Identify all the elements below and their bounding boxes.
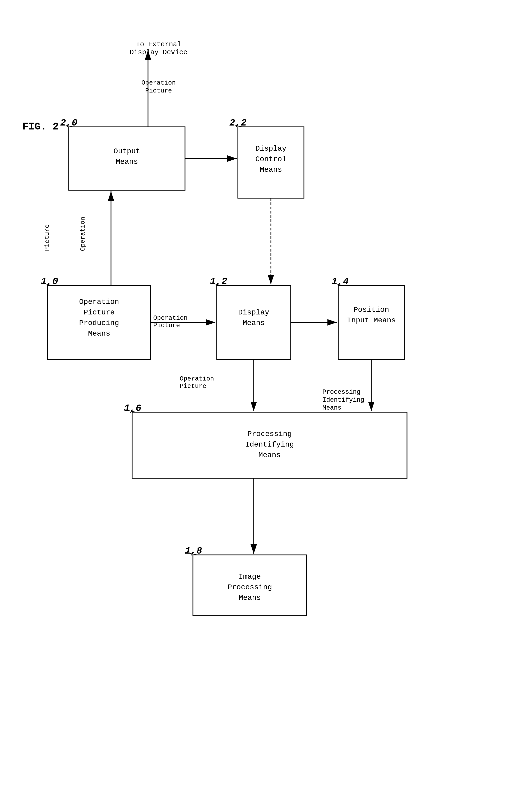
svg-text:Image: Image xyxy=(239,573,261,581)
svg-text:Identifying: Identifying xyxy=(323,396,364,403)
svg-text:Processing: Processing xyxy=(228,583,272,591)
svg-text:1,0: 1,0 xyxy=(41,276,58,287)
svg-text:Display Device: Display Device xyxy=(130,48,188,56)
svg-text:1,2: 1,2 xyxy=(210,276,227,287)
svg-text:Means: Means xyxy=(116,158,138,166)
svg-text:Picture: Picture xyxy=(180,383,206,390)
svg-text:FIG. 2: FIG. 2 xyxy=(23,121,59,132)
svg-text:Means: Means xyxy=(239,594,261,602)
svg-text:To External: To External xyxy=(136,40,181,48)
svg-text:Identifying: Identifying xyxy=(245,440,294,449)
svg-text:Means: Means xyxy=(259,451,281,459)
svg-text:Picture: Picture xyxy=(153,322,180,329)
svg-text:Operation: Operation xyxy=(79,217,87,251)
svg-text:Display: Display xyxy=(238,308,269,317)
svg-text:Producing: Producing xyxy=(79,319,119,327)
svg-text:1,8: 1,8 xyxy=(185,545,202,557)
svg-text:Processing: Processing xyxy=(323,388,361,395)
svg-text:2,0: 2,0 xyxy=(60,117,77,129)
svg-text:Operation: Operation xyxy=(180,375,214,382)
svg-text:Position: Position xyxy=(353,306,389,314)
main-diagram-svg: FIG. 2 Operation Picture Producing Means… xyxy=(0,0,509,812)
svg-text:Operation: Operation xyxy=(153,314,188,322)
svg-text:Operation: Operation xyxy=(141,79,176,86)
svg-text:2,2: 2,2 xyxy=(229,117,246,129)
svg-text:Control: Control xyxy=(255,155,286,163)
diagram: FIG. 2 Operation Picture Producing Means… xyxy=(0,0,509,812)
svg-text:Picture: Picture xyxy=(44,224,51,251)
svg-text:1,6: 1,6 xyxy=(124,403,141,414)
svg-text:Means: Means xyxy=(88,329,110,338)
svg-text:1,4: 1,4 xyxy=(332,276,349,287)
svg-text:Means: Means xyxy=(243,319,265,327)
svg-text:Output: Output xyxy=(114,147,140,155)
svg-text:Display: Display xyxy=(255,145,286,153)
svg-text:Means: Means xyxy=(323,404,341,412)
svg-text:Operation: Operation xyxy=(79,298,119,306)
svg-text:Input Means: Input Means xyxy=(347,316,396,324)
svg-text:Means: Means xyxy=(260,166,282,174)
svg-text:Picture: Picture xyxy=(83,308,115,317)
svg-text:Picture: Picture xyxy=(145,87,172,94)
svg-text:Processing: Processing xyxy=(247,430,292,438)
